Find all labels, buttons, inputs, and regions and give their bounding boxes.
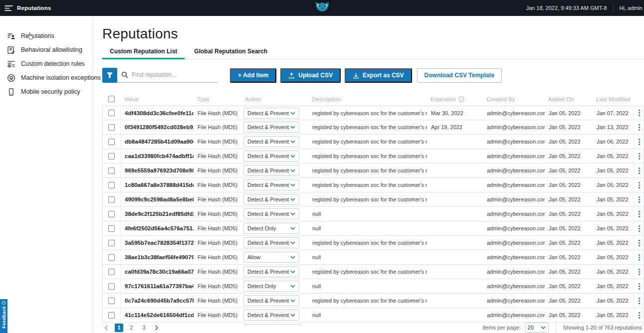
row-checkbox[interactable] <box>108 240 115 246</box>
column-header-expiration: Expiration <box>430 96 456 102</box>
row-menu-kebab-icon[interactable] <box>638 239 641 247</box>
reputation-type: File Hash (MD5) <box>194 269 241 275</box>
row-menu-kebab-icon[interactable] <box>638 224 641 233</box>
action-select[interactable]: Detect & Prevent <box>243 237 299 248</box>
action-select[interactable]: Detect & Prevent <box>243 151 299 162</box>
action-select[interactable]: Detect & Prevent <box>243 266 299 277</box>
sidebar-item-mobile-security-policy[interactable]: Mobile security policy <box>0 85 92 99</box>
add-item-button[interactable]: + Add Item <box>230 68 276 83</box>
feedback-tab[interactable]: Feedback <box>0 299 7 333</box>
row-menu-kebab-icon[interactable] <box>638 210 641 218</box>
reputation-last-modified: Jan 05, 2022 <box>593 283 634 289</box>
sidebar-item-custom-detection-rules[interactable]: Custom detection rules <box>0 57 92 71</box>
reputation-last-modified: Jan 05, 2022 <box>593 298 634 304</box>
reputation-value: 0c7a24c690d45b7a9cc57b... <box>125 298 194 304</box>
info-icon[interactable] <box>458 96 464 102</box>
row-checkbox[interactable] <box>108 167 115 174</box>
row-checkbox[interactable] <box>108 124 115 131</box>
reputation-type: File Hash (MD5) <box>194 124 241 130</box>
search-input[interactable] <box>132 71 207 78</box>
row-checkbox[interactable] <box>108 298 115 304</box>
tab-custom-reputation-list[interactable]: Custom Reputation List <box>102 48 185 59</box>
reputation-last-modified: Jan 06, 2022 <box>593 139 634 145</box>
row-menu-kebab-icon[interactable] <box>638 138 641 146</box>
reputation-description: registed by cybereason soc for the custo… <box>306 298 427 304</box>
reputation-created-by: admin@cybereason.com <box>483 167 545 173</box>
page-button-3[interactable]: 3 <box>140 324 148 332</box>
download-csv-template-button[interactable]: Download CSV Template <box>417 68 502 83</box>
tab-global-reputation-search[interactable]: Global Reputation Search <box>187 48 275 59</box>
reputation-type: File Hash (MD5) <box>194 240 241 246</box>
row-menu-kebab-icon[interactable] <box>638 123 641 132</box>
reputation-added-on: Jan 05, 2022 <box>545 254 593 260</box>
reputation-type: File Hash (MD5) <box>194 182 241 188</box>
row-menu-kebab-icon[interactable] <box>638 268 641 276</box>
row-checkbox[interactable] <box>108 139 115 145</box>
action-select[interactable]: Detect Only <box>243 223 299 234</box>
row-menu-kebab-icon[interactable] <box>638 152 641 161</box>
row-checkbox[interactable] <box>108 269 115 275</box>
action-select[interactable]: Detect & Prevent <box>243 208 299 219</box>
table-row: 38de9c2f125b21edf85dfd2... File Hash (MD… <box>102 207 644 221</box>
row-menu-kebab-icon[interactable] <box>638 181 641 189</box>
action-select[interactable]: Detect & Prevent <box>243 136 299 147</box>
action-select[interactable]: Detect Only <box>243 281 299 292</box>
row-menu-kebab-icon[interactable] <box>638 297 641 305</box>
row-checkbox[interactable] <box>108 110 115 116</box>
page-button-1[interactable]: 1 <box>115 324 123 332</box>
sidebar-item-label: Behavioral allowlisting <box>21 46 82 53</box>
row-menu-kebab-icon[interactable] <box>638 282 641 291</box>
reputation-last-modified: Jan 05, 2022 <box>593 182 634 188</box>
page-button-2[interactable]: 2 <box>127 324 136 332</box>
reputation-created-by: admin@cybereason.com <box>483 254 545 260</box>
upload-csv-button[interactable]: Upload CSV <box>280 68 341 83</box>
table-row: caa1d33980fcb474adbff1c... File Hash (MD… <box>102 149 644 164</box>
action-select[interactable]: Detect & Prevent <box>243 122 299 133</box>
items-per-page-select[interactable]: 20 <box>525 323 549 333</box>
reputation-created-by: admin@cybereason.com <box>483 225 545 231</box>
row-checkbox[interactable] <box>108 182 115 188</box>
reputation-last-modified: Jan 05, 2022 <box>593 211 634 217</box>
chevron-down-icon <box>290 212 295 215</box>
user-menu[interactable]: Hi, admin <box>620 5 643 11</box>
chevron-right-icon[interactable] <box>153 324 161 332</box>
reputation-added-on: Jan 05, 2022 <box>545 110 593 116</box>
topbar-title: Reputations <box>17 5 51 11</box>
menu-icon[interactable] <box>0 5 17 11</box>
sidebar-item-behavioral-allowlisting[interactable]: Behavioral allowlisting <box>0 43 92 57</box>
chevron-left-icon[interactable] <box>102 324 110 332</box>
upload-icon <box>288 72 295 79</box>
row-menu-kebab-icon[interactable] <box>638 253 641 262</box>
row-checkbox[interactable] <box>108 153 115 160</box>
row-checkbox[interactable] <box>108 225 115 232</box>
action-select[interactable]: Detect & Prevent <box>243 194 299 205</box>
row-menu-kebab-icon[interactable] <box>638 195 641 204</box>
action-select[interactable]: Detect & Prevent <box>243 295 299 306</box>
row-checkbox[interactable] <box>108 196 115 203</box>
row-menu-kebab-icon[interactable] <box>638 166 641 175</box>
reputation-value: 4fe6f2502d56a4c576a751... <box>125 225 194 231</box>
filter-button[interactable] <box>102 68 117 83</box>
table-row: 0c7a24c690d45b7a9cc57b... File Hash (MD5… <box>102 294 644 308</box>
export-csv-button[interactable]: Export as CSV <box>345 68 412 83</box>
action-select[interactable]: Allow <box>243 252 299 263</box>
action-select[interactable]: Detect & Prevent <box>243 179 299 190</box>
row-checkbox[interactable] <box>108 254 115 261</box>
sidebar-item-machine-isolation-exceptions[interactable]: Machine isolation exceptions <box>0 71 92 85</box>
row-menu-kebab-icon[interactable] <box>638 311 641 320</box>
sidebar-item-reputations[interactable]: Reputations <box>0 29 92 43</box>
reputation-created-by: admin@cybereason.com <box>483 312 545 318</box>
mobile-security-icon <box>7 88 15 96</box>
table-row: 97c1761611a61a77397ba4... File Hash (MD5… <box>102 279 644 294</box>
row-menu-kebab-icon[interactable] <box>638 109 641 117</box>
action-select[interactable]: Detect & Prevent <box>243 165 299 176</box>
reputation-created-by: admin@cybereason.com <box>483 283 545 289</box>
reputation-description: registed by cybereason soc for the custo… <box>306 124 427 130</box>
row-checkbox[interactable] <box>108 211 115 217</box>
custom-detection-rules-icon <box>7 60 15 68</box>
row-checkbox[interactable] <box>108 283 115 290</box>
row-checkbox[interactable] <box>108 312 115 319</box>
action-select[interactable]: Detect & Prevent <box>243 108 299 119</box>
select-all-checkbox[interactable] <box>108 96 115 102</box>
action-select[interactable]: Detect & Prevent <box>243 310 299 321</box>
